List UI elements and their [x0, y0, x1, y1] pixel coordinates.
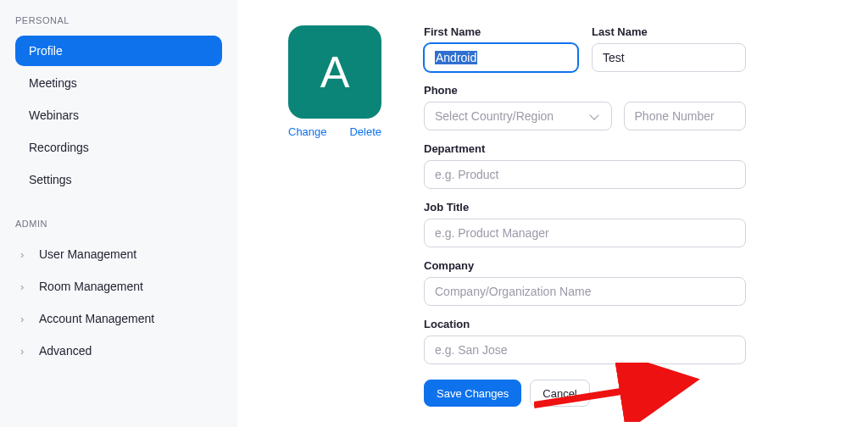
phone-label: Phone — [424, 84, 746, 97]
chevron-down-icon — [589, 110, 598, 119]
avatar-column: A Change Delete — [288, 25, 424, 427]
first-name-label: First Name — [424, 25, 578, 38]
sidebar-item-webinars[interactable]: Webinars — [15, 100, 222, 130]
last-name-label: Last Name — [592, 25, 746, 38]
profile-form: First Name Android Last Name Test Phone … — [424, 25, 746, 427]
main-content: A Change Delete First Name Android Last … — [237, 0, 868, 427]
chevron-right-icon: › — [20, 248, 32, 261]
phone-country-placeholder: Select Country/Region — [435, 109, 554, 123]
avatar-delete-link[interactable]: Delete — [349, 125, 381, 138]
form-buttons: Save Changes Cancel — [424, 380, 746, 407]
chevron-right-icon: › — [20, 313, 32, 325]
location-input[interactable] — [424, 336, 746, 364]
last-name-value: Test — [603, 51, 625, 64]
sidebar-item-room-management[interactable]: › Room Management — [15, 271, 222, 302]
phone-number-input[interactable] — [624, 102, 746, 130]
sidebar-header-personal: PERSONAL — [15, 15, 222, 25]
sidebar-admin-list: › User Management › Room Management › Ac… — [15, 239, 222, 366]
department-input[interactable] — [424, 160, 746, 189]
company-label: Company — [424, 259, 746, 272]
sidebar-item-user-management[interactable]: › User Management — [15, 239, 222, 269]
company-input[interactable] — [424, 277, 746, 306]
avatar[interactable]: A — [288, 25, 381, 119]
sidebar-item-meetings[interactable]: Meetings — [15, 68, 222, 98]
department-label: Department — [424, 142, 746, 155]
sidebar-item-account-management[interactable]: › Account Management — [15, 303, 222, 334]
sidebar-item-label: Room Management — [39, 280, 143, 293]
sidebar-item-recordings[interactable]: Recordings — [15, 132, 222, 163]
sidebar-item-advanced[interactable]: › Advanced — [15, 336, 222, 366]
sidebar-personal-list: Profile Meetings Webinars Recordings Set… — [15, 36, 222, 195]
phone-country-select[interactable]: Select Country/Region — [424, 102, 612, 130]
avatar-initial: A — [320, 47, 350, 97]
first-name-input[interactable]: Android — [424, 43, 578, 72]
chevron-right-icon: › — [20, 280, 32, 293]
sidebar-header-admin: ADMIN — [15, 219, 222, 229]
chevron-right-icon: › — [20, 345, 32, 358]
first-name-value: Android — [435, 51, 477, 64]
sidebar-item-label: Account Management — [39, 312, 154, 325]
avatar-change-link[interactable]: Change — [288, 125, 327, 138]
last-name-input[interactable]: Test — [592, 43, 746, 72]
sidebar: PERSONAL Profile Meetings Webinars Recor… — [0, 0, 237, 427]
job-title-input[interactable] — [424, 219, 746, 247]
cancel-button[interactable]: Cancel — [530, 380, 589, 407]
job-title-label: Job Title — [424, 201, 746, 214]
avatar-actions: Change Delete — [288, 125, 381, 138]
location-label: Location — [424, 318, 746, 330]
sidebar-item-profile[interactable]: Profile — [15, 36, 222, 66]
sidebar-item-label: Advanced — [39, 344, 92, 358]
sidebar-item-label: User Management — [39, 247, 136, 261]
sidebar-item-settings[interactable]: Settings — [15, 164, 222, 195]
save-button[interactable]: Save Changes — [424, 380, 521, 407]
